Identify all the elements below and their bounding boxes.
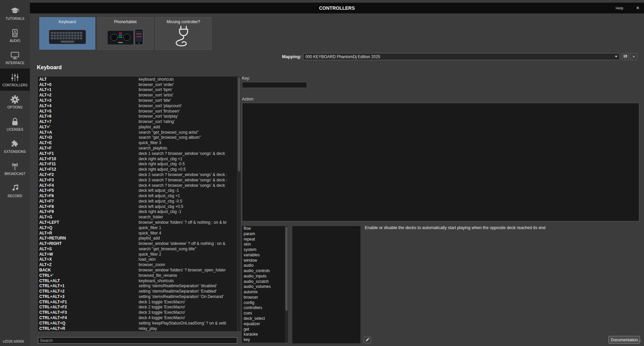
category-item[interactable]: karaoke [242,332,285,337]
mapping-select[interactable]: 000 KEYBOARD PhantomDj Edition 2025 [303,53,620,60]
category-item[interactable]: repeat [242,237,285,242]
category-item[interactable]: window [242,258,285,263]
shortcut-row[interactable]: ALT+3browser_sort 'title' [38,98,237,103]
category-item[interactable]: deck_select [242,316,285,321]
shortcut-row[interactable]: ALT+F10deck right adjust_cbg +1 [38,156,237,162]
key-input[interactable] [242,82,307,88]
sidebar-item-licenses[interactable]: LICENSES [0,113,30,135]
shortcut-row[interactable]: ALT+Fsearch_playlists [38,145,237,151]
save-mapping-button[interactable] [622,53,629,60]
tab-keyboard[interactable]: Keyboard [39,17,95,50]
shortcut-row[interactable]: ALT+F2deck 2 search ? browser_window 'so… [38,172,237,177]
shortcut-row[interactable]: ALT+F4deck 4 search ? browser_window 'so… [38,183,237,188]
shortcut-row[interactable]: CTRL+'browsed_file_rename [38,273,237,278]
shortcut-row[interactable]: ALT+1browser_sort 'bpm' [38,87,237,93]
shortcut-row[interactable]: ALT+Asearch ''get_browsed_song artist'' [38,130,237,135]
category-item[interactable]: flow [242,226,285,231]
action-editor[interactable] [242,103,639,221]
edit-button[interactable] [364,337,371,343]
category-item[interactable]: variables [242,253,285,258]
shortcut-row[interactable]: ALT+F6deck left adjust_cbg +1 [38,193,237,199]
shortcut-list-scrollbar[interactable] [238,77,241,331]
shortcut-row[interactable]: ALT+5browser_sort 'firstseen' [38,109,237,114]
shortcut-row[interactable]: CTRL+ALT+Qsetting 'keepPlayStatusOnLoadS… [38,320,237,326]
shortcut-row[interactable]: ALT+6browser_sort 'lastplay' [38,114,237,119]
category-list-scrollbar[interactable] [285,226,288,343]
category-item[interactable]: system [242,247,285,253]
shortcut-row[interactable]: CTRL+ALT+1setting 'stemsRealtimeSeparati… [38,283,237,289]
shortcut-row[interactable]: CTRL+ALT+F3deck 3 toggle 'ExecMacro' [38,310,237,315]
help-link[interactable]: Help [615,3,623,13]
shortcut-row[interactable]: ALT+F9deck right adjust_cbg -1 [38,209,237,215]
shortcut-row[interactable]: ALT+F12deck right adjust_cbg +0.5 [38,167,237,172]
shortcut-row[interactable]: ALT+Gsearch_folder [38,214,237,220]
shortcut-row[interactable]: ALT+Wquick_filter 2 [38,252,237,257]
shortcut-row[interactable]: ALT+F5deck left adjust_cbg -1 [38,188,237,193]
sidebar-item-extensions[interactable]: EXTENSIONS [0,135,30,157]
category-item[interactable]: audio_controls [242,268,285,274]
shortcut-row[interactable]: CTRL+ALT+F2deck 2 toggle 'ExecMacro' [38,305,237,310]
shortcut-row[interactable]: ALT+F8deck left adjust_cbg +0.5 [38,204,237,209]
shortcut-row[interactable]: ALT+F3deck 3 search ? browser_window 'so… [38,177,237,183]
shortcut-row[interactable]: ALT+Dsearch ''get_browsed_song album'' [38,135,237,140]
shortcut-row[interactable]: CTRL+ALT+3setting 'stemsRealtimeSeparati… [38,294,237,299]
sidebar-item-broadcast[interactable]: BROADCAST [0,157,30,179]
shortcut-action: browser_sort 'lastplay' [139,114,237,119]
shortcut-row[interactable]: CTRL+ALT+F1deck 1 toggle 'ExecMacro' [38,299,237,305]
delete-mapping-button[interactable]: × [630,53,637,60]
shortcut-row[interactable]: ALT+F1deck 1 search ? browser_window 'so… [38,151,237,156]
shortcut-row[interactable]: ALT+LEFTbrowser_window 'folders' ? off &… [38,220,237,225]
category-item[interactable]: automix [242,290,285,295]
shortcut-row[interactable]: CTRL+ALT+Rrelay_play [38,326,237,331]
sidebar-item-record[interactable]: RECORD [0,179,30,202]
category-item[interactable]: get [242,327,285,332]
shortcut-row[interactable]: ALT+Qquick_filter 1 [38,225,237,230]
scrollbar-thumb[interactable] [238,77,240,171]
category-item[interactable]: audio_volumes [242,284,285,290]
shortcut-row[interactable]: ALT+F11deck right adjust_cbg -0.5 [38,162,237,167]
category-item[interactable]: skin [242,242,285,247]
shortcut-row[interactable]: CTRL+ALTkeyboard_shortcuts [38,278,237,284]
shortcut-row[interactable]: ALT+4browser_sort 'playcount' [38,103,237,109]
shortcut-row[interactable]: ALT+Xload_skin [38,257,237,262]
shortcut-row[interactable]: ALTkeyboard_shortcuts [38,77,237,82]
category-item[interactable]: browser [242,295,285,300]
documentation-button[interactable]: Documentation... [608,336,640,344]
sidebar-item-audio[interactable]: AUDIO [0,24,30,46]
sidebar-item-interface[interactable]: INTERFACE [0,46,30,69]
shortcut-row[interactable]: ALT+RIGHTbrowser_window 'sideview' ? off… [38,241,237,246]
category-item[interactable]: audio_inputs [242,274,285,279]
sidebar-item-tutorials[interactable]: TUTORIALS [0,2,30,24]
category-item[interactable]: audio_scratch [242,279,285,285]
shortcut-row[interactable]: ALT+RETURNplaylist_add [38,235,237,241]
shortcut-row[interactable]: ALT+Ssearch ''get_browsed_song title'' [38,246,237,252]
shortcut-row[interactable]: BACKbrowser_window 'folders' ? browser_o… [38,267,237,273]
sidebar-item-options[interactable]: OPTIONS [0,91,30,113]
shortcut-row[interactable]: ALT+Equick_filter 3 [38,140,237,145]
category-item[interactable]: equalizer [242,321,285,327]
shortcut-row[interactable]: ALT+'playlist_add [38,124,237,130]
subcategory-list[interactable] [292,226,360,343]
shortcut-row[interactable]: ALT+Zbrowser_zoom [38,262,237,267]
shortcut-row[interactable]: CTRL+ALT+F4deck 4 toggle 'ExecMacro' [38,315,237,320]
category-item[interactable]: audio [242,263,285,268]
tab-missing-controller[interactable]: Missing controller? [155,17,211,50]
shortcut-row[interactable]: CTRL+ALT+2setting 'stemsRealtimeSeparati… [38,289,237,294]
shortcut-row[interactable]: ALT+Rquick_filter 4 [38,230,237,236]
category-item[interactable]: param [242,231,285,237]
category-list[interactable]: flowparamrepeatskinsystemvariableswindow… [242,226,285,343]
search-input[interactable] [38,337,237,344]
category-item[interactable]: cues [242,311,285,316]
close-icon[interactable]: × [636,3,639,13]
shortcut-list[interactable]: ALTkeyboard_shortcutsALT+0browser_sort '… [38,77,237,331]
scrollbar-thumb[interactable] [285,227,288,311]
shortcut-row[interactable]: ALT+2browser_sort 'artist' [38,92,237,98]
category-item[interactable]: controllers [242,305,285,311]
tab-phone-tablet[interactable]: Phone/tablet [97,17,153,50]
category-item[interactable]: config [242,300,285,306]
shortcut-row[interactable]: ALT+0browser_sort 'order' [38,82,237,87]
shortcut-row[interactable]: ALT+F7deck left adjust_cbg -0.5 [38,199,237,204]
shortcut-row[interactable]: ALT+7browser_sort 'rating' [38,119,237,124]
category-item[interactable]: key [242,337,285,343]
sidebar-item-controllers[interactable]: CONTROLLERS [0,69,30,91]
